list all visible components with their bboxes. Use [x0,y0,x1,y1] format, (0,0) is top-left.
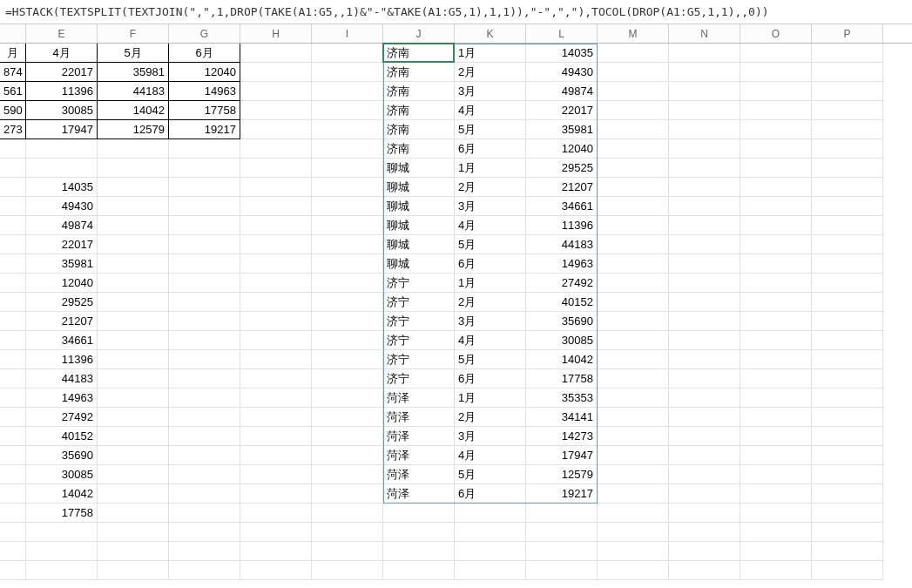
cell[interactable] [812,484,883,504]
cell[interactable] [740,465,812,484]
cell[interactable]: 济宁 [383,312,455,331]
cell[interactable]: 17758 [169,101,240,120]
cell[interactable]: 4月 [455,331,526,350]
cell[interactable]: 济宁 [383,350,455,369]
cell[interactable]: 30085 [26,465,98,484]
cell[interactable] [669,523,740,542]
cell[interactable]: 29525 [26,293,98,312]
cell[interactable]: 聊城 [383,235,455,254]
cell[interactable]: 34661 [526,197,598,216]
cell[interactable] [740,484,812,504]
cell[interactable]: 22017 [26,63,98,82]
cell[interactable] [598,197,669,216]
cell[interactable] [669,427,740,446]
cell[interactable] [98,523,169,542]
cell[interactable] [669,159,740,178]
cell[interactable]: 17947 [526,446,598,465]
cell[interactable]: 2月 [455,178,526,197]
cell[interactable]: 14035 [26,178,98,197]
cell[interactable]: 聊城 [383,254,455,274]
cell[interactable] [312,312,383,331]
cell[interactable] [740,542,812,561]
cell[interactable] [812,389,883,408]
cell[interactable] [669,331,740,350]
cell[interactable] [740,561,812,580]
cell[interactable] [598,542,669,561]
cell[interactable]: 6月 [455,139,526,159]
cell[interactable] [455,523,526,542]
cell[interactable] [669,235,740,254]
cell[interactable] [240,312,312,331]
cell[interactable] [169,159,240,178]
cell[interactable]: 27492 [526,274,598,293]
cell[interactable] [455,542,526,561]
cell[interactable] [740,389,812,408]
cell[interactable]: 聊城 [383,178,455,197]
cell[interactable]: 6月 [169,44,240,63]
cell[interactable] [312,561,383,580]
cell[interactable]: 2月 [455,408,526,427]
cell[interactable]: 29525 [526,159,598,178]
cell[interactable] [669,446,740,465]
cell[interactable] [598,274,669,293]
cell[interactable]: 济宁 [383,293,455,312]
cell[interactable] [669,389,740,408]
cell[interactable] [240,484,312,504]
cell[interactable] [0,561,26,580]
cell[interactable] [240,235,312,254]
cell[interactable] [98,178,169,197]
cell[interactable] [169,427,240,446]
cell[interactable]: 菏泽 [383,408,455,427]
cell[interactable]: 44183 [526,235,598,254]
cell[interactable]: 27492 [26,408,98,427]
column-header[interactable]: O [740,24,812,43]
cell[interactable]: 济南 [383,82,455,101]
cell[interactable] [312,101,383,120]
cell[interactable] [0,350,26,369]
cell[interactable] [812,63,883,82]
cell[interactable]: 273 [0,120,26,139]
cell[interactable] [669,44,740,63]
cell[interactable]: 49430 [526,63,598,82]
cell[interactable] [312,331,383,350]
cell[interactable] [740,369,812,389]
cell[interactable]: 21207 [526,178,598,197]
cell[interactable] [669,484,740,504]
cell[interactable] [0,389,26,408]
cell[interactable] [812,254,883,274]
cell[interactable]: 14963 [526,254,598,274]
cell[interactable] [0,139,26,159]
cell[interactable]: 12040 [169,63,240,82]
cell[interactable] [312,120,383,139]
cell[interactable] [312,427,383,446]
cell[interactable] [740,216,812,235]
formula-bar[interactable]: =HSTACK(TEXTSPLIT(TEXTJOIN(",",1,DROP(TA… [0,0,912,24]
cell[interactable] [740,427,812,446]
cell[interactable] [240,254,312,274]
column-header[interactable]: G [169,24,240,43]
cell[interactable]: 21207 [26,312,98,331]
cell[interactable] [26,561,98,580]
cell[interactable] [812,465,883,484]
cell[interactable] [812,427,883,446]
cell[interactable] [812,408,883,427]
cell[interactable] [312,159,383,178]
cell[interactable]: 30085 [26,101,98,120]
cell[interactable] [312,274,383,293]
cell[interactable] [240,427,312,446]
cell[interactable] [240,504,312,523]
cell[interactable] [740,274,812,293]
cell[interactable]: 22017 [526,101,598,120]
cell[interactable] [812,139,883,159]
cell[interactable] [169,331,240,350]
cell[interactable] [669,350,740,369]
cell[interactable] [526,504,598,523]
cell[interactable] [98,312,169,331]
cell[interactable] [240,197,312,216]
cell[interactable]: 30085 [526,331,598,350]
column-header[interactable]: J [383,24,455,43]
cell[interactable] [598,254,669,274]
cell[interactable]: 4月 [455,446,526,465]
cell[interactable] [812,350,883,369]
cell[interactable] [240,82,312,101]
